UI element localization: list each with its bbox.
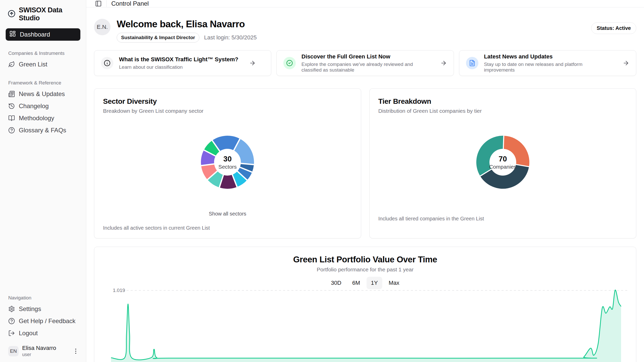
portfolio-chart-card: Green List Portfolio Value Over Time Por… [94,247,636,362]
logout-icon [8,330,15,337]
user-role: user [22,352,70,357]
section-label-navigation: Navigation [8,295,80,301]
sidebar-item-settings[interactable]: Settings [6,303,80,315]
gear-icon [8,306,15,312]
tier-breakdown-card: Tier Breakdown Distribution of Green Lis… [369,88,637,238]
sidebar-item-label: Methodology [19,115,54,122]
section-label-companies: Companies & Instruments [8,50,80,56]
info-card-subtitle: Stay up to date on new releases and plat… [484,62,612,73]
arrow-right-icon [249,60,256,66]
card-title: Sector Diversity [103,97,352,106]
sidebar-item-logout[interactable]: Logout [6,327,80,339]
chart-subtitle: Portfolio performance for the past 1 yea… [94,266,636,273]
sidebar-item-label: Logout [19,330,38,337]
topbar: Control Panel [86,0,644,7]
info-card-title: Latest News and Updates [484,53,612,60]
card-subtitle: Distribution of Green List companies by … [378,108,628,114]
info-card-title: What is the SWISOX Traffic Light™ System… [119,56,238,63]
card-subtitle: Breakdown by Green List company sector [103,108,352,114]
card-footnote: Includes all tiered companies in the Gre… [378,216,628,222]
sidebar-item-methodology[interactable]: Methodology [6,112,80,124]
check-circle-icon [283,57,296,69]
help-circle-icon [8,318,15,324]
kebab-menu-icon[interactable] [74,347,78,355]
info-card-subtitle: Learn about our classification [119,64,238,70]
info-card-green-list[interactable]: Discover the Full Green List Now Explore… [276,50,454,76]
card-footnote: Includes all active sectors in current G… [103,225,352,231]
welcome-header: E.N. Welcome back, Elisa Navarro Sustain… [94,19,636,42]
donut-center-label: 70 Companies [489,155,516,170]
info-icon [101,57,113,69]
leaf-icon [8,61,15,68]
welcome-title: Welcome back, Elisa Navarro [117,19,257,30]
user-name: Elisa Navarro [22,345,70,351]
page-title: Control Panel [111,0,149,7]
sidebar-item-changelog[interactable]: Changelog [6,100,80,112]
donut-center-label: 30 Sectors [218,155,237,170]
sidebar-item-label: Green List [19,61,47,68]
last-login: Last login: 5/30/2025 [204,34,257,41]
sidebar-item-label: Glossary & FAQs [19,127,66,134]
info-card-subtitle: Explore the companies we've already revi… [301,62,429,73]
sidebar-toggle-icon[interactable] [95,0,102,7]
user-card[interactable]: EN Elisa Navarro user [6,345,80,357]
role-badge: Sustainability & Impact Director [117,33,199,42]
arrow-right-icon [623,60,629,66]
show-all-sectors-link[interactable]: Show all sectors [103,211,352,217]
topbar-divider [106,0,107,7]
info-card-news[interactable]: Latest News and Updates Stay up to date … [459,50,636,76]
sidebar-item-get-help[interactable]: Get Help / Feedback [6,315,80,327]
card-title: Tier Breakdown [378,97,628,106]
sidebar-item-label: Changelog [19,102,49,110]
sidebar-item-dashboard[interactable]: Dashboard [6,28,80,41]
info-card-title: Discover the Full Green List Now [301,53,429,60]
arrow-right-icon [440,60,447,66]
sidebar-item-label: Settings [19,305,41,313]
sidebar-item-glossary-faqs[interactable]: Glossary & FAQs [6,124,80,136]
app-logo: SWISOX Data Studio [6,6,80,22]
info-card-traffic-light[interactable]: What is the SWISOX Traffic Light™ System… [94,50,271,76]
sidebar: SWISOX Data Studio Dashboard Companies &… [0,0,86,362]
sidebar-item-news-updates[interactable]: News & Updates [6,88,80,100]
portfolio-area-chart [94,283,636,362]
chart-title: Green List Portfolio Value Over Time [94,255,636,264]
avatar: E.N. [94,19,111,35]
sidebar-item-label: Get Help / Feedback [19,317,75,325]
section-label-framework: Framework & Reference [8,80,80,86]
app-title: SWISOX Data Studio [19,6,80,22]
book-open-icon [8,115,15,122]
sector-diversity-card: Sector Diversity Breakdown by Green List… [94,88,361,238]
file-text-icon [466,57,478,69]
sidebar-spacer [6,136,80,295]
sidebar-item-label: Dashboard [20,31,50,38]
newspaper-icon [8,91,15,97]
user-avatar: EN [8,346,19,356]
circle-arrow-up-icon [8,10,15,19]
sidebar-item-label: News & Updates [19,90,65,98]
help-circle-icon [8,127,15,134]
status-badge: Status: Active [591,22,636,34]
sidebar-item-green-list[interactable]: Green List [6,58,80,70]
dashboard-grid-icon [9,30,16,39]
history-icon [8,103,15,109]
